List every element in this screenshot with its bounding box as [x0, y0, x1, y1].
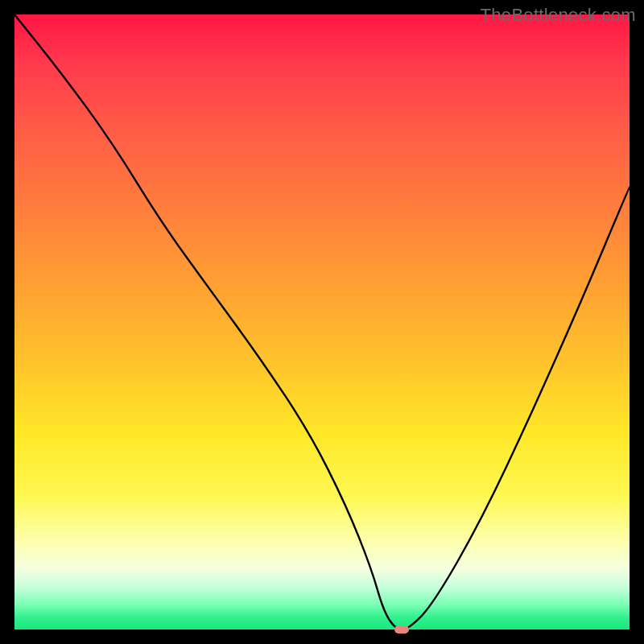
plot-area [14, 14, 630, 630]
bottleneck-curve [14, 14, 630, 630]
chart-frame: TheBottleneck.com [0, 0, 644, 644]
watermark-text: TheBottleneck.com [481, 5, 636, 26]
optimum-marker [394, 625, 409, 634]
